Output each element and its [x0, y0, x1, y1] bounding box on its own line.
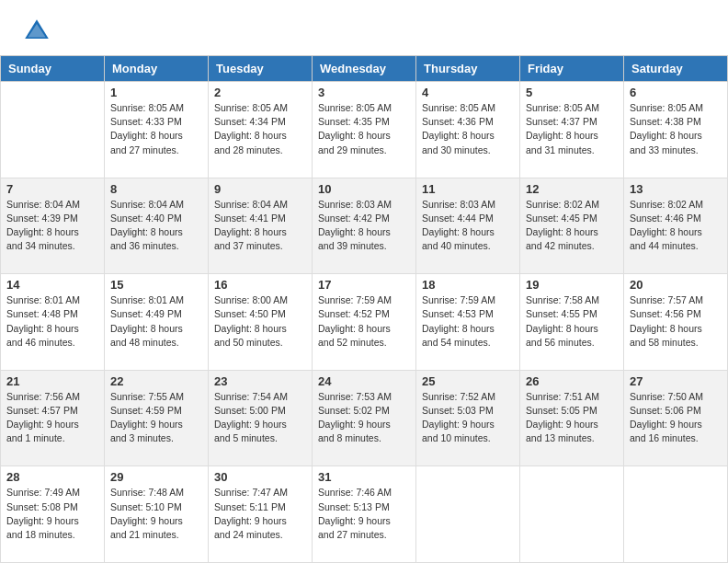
day-cell-16: 16Sunrise: 8:00 AM Sunset: 4:50 PM Dayli…	[209, 274, 313, 371]
day-info: Sunrise: 8:03 AM Sunset: 4:44 PM Dayligh…	[422, 198, 514, 254]
col-header-monday: Monday	[105, 56, 209, 82]
week-row-4: 21Sunrise: 7:56 AM Sunset: 4:57 PM Dayli…	[1, 370, 728, 466]
header	[0, 0, 728, 55]
day-cell-29: 29Sunrise: 7:48 AM Sunset: 5:10 PM Dayli…	[105, 466, 209, 563]
day-number: 3	[318, 86, 410, 99]
day-cell-3: 3Sunrise: 8:05 AM Sunset: 4:35 PM Daylig…	[313, 82, 416, 178]
day-number: 28	[6, 470, 98, 484]
day-number: 16	[214, 278, 306, 292]
day-cell-20: 20Sunrise: 7:57 AM Sunset: 4:56 PM Dayli…	[624, 274, 728, 371]
day-info: Sunrise: 8:05 AM Sunset: 4:33 PM Dayligh…	[110, 101, 202, 157]
day-cell-28: 28Sunrise: 7:49 AM Sunset: 5:08 PM Dayli…	[1, 466, 105, 563]
day-info: Sunrise: 7:59 AM Sunset: 4:53 PM Dayligh…	[422, 293, 514, 350]
day-cell-19: 19Sunrise: 7:58 AM Sunset: 4:55 PM Dayli…	[520, 274, 624, 371]
day-number: 14	[6, 278, 98, 292]
day-info: Sunrise: 7:46 AM Sunset: 5:13 PM Dayligh…	[318, 486, 410, 542]
col-header-saturday: Saturday	[624, 56, 728, 82]
day-number: 9	[214, 182, 306, 196]
day-info: Sunrise: 7:53 AM Sunset: 5:02 PM Dayligh…	[318, 390, 410, 446]
day-cell-8: 8Sunrise: 8:04 AM Sunset: 4:40 PM Daylig…	[105, 178, 209, 274]
week-row-3: 14Sunrise: 8:01 AM Sunset: 4:48 PM Dayli…	[1, 274, 728, 371]
day-number: 17	[318, 278, 410, 292]
col-header-friday: Friday	[520, 56, 624, 82]
day-number: 1	[110, 86, 202, 99]
day-number: 11	[422, 182, 514, 196]
day-info: Sunrise: 8:04 AM Sunset: 4:41 PM Dayligh…	[214, 198, 306, 254]
calendar-header-row: SundayMondayTuesdayWednesdayThursdayFrid…	[1, 56, 728, 82]
page: SundayMondayTuesdayWednesdayThursdayFrid…	[0, 0, 728, 563]
day-info: Sunrise: 7:55 AM Sunset: 4:59 PM Dayligh…	[110, 390, 202, 446]
empty-cell	[1, 82, 105, 178]
day-cell-5: 5Sunrise: 8:05 AM Sunset: 4:37 PM Daylig…	[520, 82, 624, 178]
day-cell-9: 9Sunrise: 8:04 AM Sunset: 4:41 PM Daylig…	[209, 178, 313, 274]
day-cell-7: 7Sunrise: 8:04 AM Sunset: 4:39 PM Daylig…	[1, 178, 105, 274]
empty-cell	[624, 466, 728, 563]
col-header-sunday: Sunday	[1, 56, 105, 82]
day-info: Sunrise: 8:02 AM Sunset: 4:45 PM Dayligh…	[526, 198, 618, 254]
day-cell-2: 2Sunrise: 8:05 AM Sunset: 4:34 PM Daylig…	[209, 82, 313, 178]
day-number: 30	[214, 470, 306, 484]
day-cell-18: 18Sunrise: 7:59 AM Sunset: 4:53 PM Dayli…	[416, 274, 520, 371]
day-number: 19	[526, 278, 618, 292]
day-cell-10: 10Sunrise: 8:03 AM Sunset: 4:42 PM Dayli…	[313, 178, 416, 274]
day-number: 23	[214, 374, 306, 388]
day-info: Sunrise: 7:54 AM Sunset: 5:00 PM Dayligh…	[214, 390, 306, 446]
day-cell-21: 21Sunrise: 7:56 AM Sunset: 4:57 PM Dayli…	[1, 370, 105, 466]
day-info: Sunrise: 7:49 AM Sunset: 5:08 PM Dayligh…	[6, 486, 98, 542]
day-cell-26: 26Sunrise: 7:51 AM Sunset: 5:05 PM Dayli…	[520, 370, 624, 466]
day-cell-1: 1Sunrise: 8:05 AM Sunset: 4:33 PM Daylig…	[105, 82, 209, 178]
day-cell-17: 17Sunrise: 7:59 AM Sunset: 4:52 PM Dayli…	[313, 274, 416, 371]
day-info: Sunrise: 7:56 AM Sunset: 4:57 PM Dayligh…	[6, 390, 98, 446]
day-cell-11: 11Sunrise: 8:03 AM Sunset: 4:44 PM Dayli…	[416, 178, 520, 274]
week-row-2: 7Sunrise: 8:04 AM Sunset: 4:39 PM Daylig…	[1, 178, 728, 274]
day-number: 13	[630, 182, 722, 196]
day-info: Sunrise: 7:59 AM Sunset: 4:52 PM Dayligh…	[318, 293, 410, 350]
calendar-table: SundayMondayTuesdayWednesdayThursdayFrid…	[0, 55, 728, 563]
day-info: Sunrise: 8:05 AM Sunset: 4:37 PM Dayligh…	[526, 101, 618, 157]
day-info: Sunrise: 8:05 AM Sunset: 4:35 PM Dayligh…	[318, 101, 410, 157]
day-number: 24	[318, 374, 410, 388]
day-info: Sunrise: 7:50 AM Sunset: 5:06 PM Dayligh…	[630, 390, 722, 446]
day-info: Sunrise: 8:01 AM Sunset: 4:49 PM Dayligh…	[110, 293, 202, 350]
day-number: 8	[110, 182, 202, 196]
day-number: 5	[526, 86, 618, 99]
day-info: Sunrise: 7:47 AM Sunset: 5:11 PM Dayligh…	[214, 486, 306, 542]
day-info: Sunrise: 7:48 AM Sunset: 5:10 PM Dayligh…	[110, 486, 202, 542]
day-number: 31	[318, 470, 410, 484]
day-info: Sunrise: 8:05 AM Sunset: 4:34 PM Dayligh…	[214, 101, 306, 157]
col-header-thursday: Thursday	[416, 56, 520, 82]
day-info: Sunrise: 8:02 AM Sunset: 4:46 PM Dayligh…	[630, 198, 722, 254]
day-cell-14: 14Sunrise: 8:01 AM Sunset: 4:48 PM Dayli…	[1, 274, 105, 371]
empty-cell	[520, 466, 624, 563]
day-number: 10	[318, 182, 410, 196]
logo-icon	[22, 17, 51, 46]
day-info: Sunrise: 7:57 AM Sunset: 4:56 PM Dayligh…	[630, 293, 722, 350]
day-info: Sunrise: 8:04 AM Sunset: 4:40 PM Dayligh…	[110, 198, 202, 254]
day-cell-23: 23Sunrise: 7:54 AM Sunset: 5:00 PM Dayli…	[209, 370, 313, 466]
day-number: 7	[6, 182, 98, 196]
day-cell-22: 22Sunrise: 7:55 AM Sunset: 4:59 PM Dayli…	[105, 370, 209, 466]
empty-cell	[416, 466, 520, 563]
day-number: 18	[422, 278, 514, 292]
day-info: Sunrise: 8:03 AM Sunset: 4:42 PM Dayligh…	[318, 198, 410, 254]
day-number: 27	[630, 374, 722, 388]
day-cell-30: 30Sunrise: 7:47 AM Sunset: 5:11 PM Dayli…	[209, 466, 313, 563]
day-number: 22	[110, 374, 202, 388]
day-number: 20	[630, 278, 722, 292]
day-info: Sunrise: 8:01 AM Sunset: 4:48 PM Dayligh…	[6, 293, 98, 350]
day-info: Sunrise: 7:52 AM Sunset: 5:03 PM Dayligh…	[422, 390, 514, 446]
day-number: 21	[6, 374, 98, 388]
logo	[22, 17, 55, 46]
col-header-tuesday: Tuesday	[209, 56, 313, 82]
day-cell-24: 24Sunrise: 7:53 AM Sunset: 5:02 PM Dayli…	[313, 370, 416, 466]
day-number: 4	[422, 86, 514, 99]
day-cell-13: 13Sunrise: 8:02 AM Sunset: 4:46 PM Dayli…	[624, 178, 728, 274]
day-number: 29	[110, 470, 202, 484]
day-number: 25	[422, 374, 514, 388]
day-cell-4: 4Sunrise: 8:05 AM Sunset: 4:36 PM Daylig…	[416, 82, 520, 178]
col-header-wednesday: Wednesday	[313, 56, 416, 82]
day-cell-12: 12Sunrise: 8:02 AM Sunset: 4:45 PM Dayli…	[520, 178, 624, 274]
day-cell-15: 15Sunrise: 8:01 AM Sunset: 4:49 PM Dayli…	[105, 274, 209, 371]
day-info: Sunrise: 8:05 AM Sunset: 4:36 PM Dayligh…	[422, 101, 514, 157]
day-cell-27: 27Sunrise: 7:50 AM Sunset: 5:06 PM Dayli…	[624, 370, 728, 466]
